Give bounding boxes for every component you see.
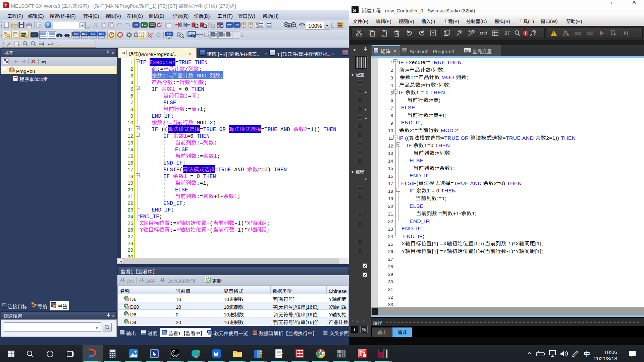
- svg-text:Dev: Dev: [167, 33, 172, 36]
- svg-text:Dev: Dev: [235, 23, 239, 26]
- svg-text:I: I: [148, 32, 149, 35]
- svg-text:Dev: Dev: [162, 331, 166, 333]
- svg-text:+: +: [24, 42, 25, 45]
- svg-text:Dev: Dev: [323, 331, 327, 333]
- svg-text:Dev: Dev: [227, 23, 232, 26]
- svg-text:Dev: Dev: [74, 33, 79, 36]
- svg-text:?: ?: [432, 31, 434, 35]
- svg-text:Dev: Dev: [82, 33, 87, 36]
- svg-text:O: O: [150, 35, 152, 38]
- svg-text:Dev: Dev: [91, 33, 96, 36]
- svg-text:Dev: Dev: [208, 331, 212, 333]
- svg-text:Dev: Dev: [99, 33, 104, 36]
- svg-text:Dev: Dev: [134, 23, 138, 26]
